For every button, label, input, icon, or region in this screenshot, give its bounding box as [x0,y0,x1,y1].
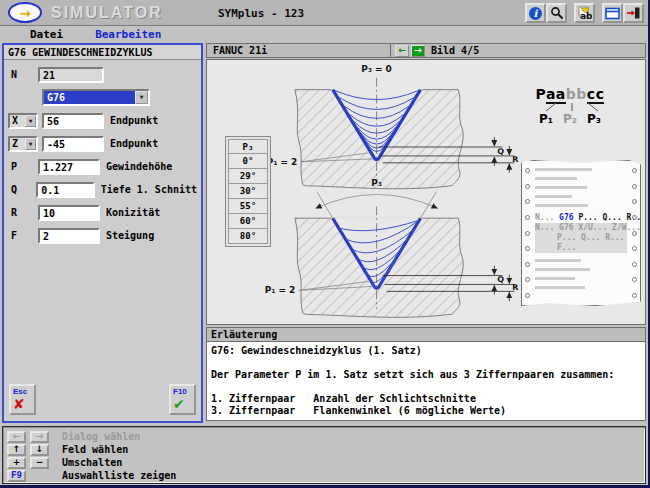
g76-dialog: G76 GEWINDESCHNEIDZYKLUS N 21 G76 ▼ X ▼ … [2,43,203,423]
x-axis-select[interactable]: X ▼ [8,113,38,129]
next-image-button[interactable]: → [411,45,425,57]
x-input[interactable]: 56 [42,113,104,129]
menu-datei[interactable]: Datei [30,28,63,41]
content-header: FANUC 21i ← → Bild 4/5 [206,43,646,58]
hotkey-label: Auswahlliste zeigen [62,470,176,481]
title-bar: → SIMULATOR SYMplus - 123 i abc [0,0,648,26]
chevron-down-icon[interactable]: ▼ [135,91,148,104]
notes-button[interactable]: abc [574,3,595,23]
chevron-down-icon[interactable]: ▼ [25,138,36,150]
angle-option: 30° [228,184,268,199]
legend-word: Paabbcc [525,86,615,102]
arrow-left-icon: ← [398,46,406,55]
paper-line [535,277,575,280]
cancel-x-icon: ✘ [13,396,25,412]
cancel-button[interactable]: Esc ✘ [9,384,36,415]
explanation-title: Erläuterung [206,327,646,342]
z-axis-select[interactable]: Z ▼ [8,136,38,152]
field-row-p: P 1.227 Gewindehöhe [8,158,197,175]
angle-option: 55° [228,199,268,214]
q-dim-label: Q [497,147,504,156]
z-axis-select-value: Z [10,138,25,149]
arrow-up-key[interactable]: ↑ [7,444,26,456]
arrow-right-key[interactable]: → [30,431,49,443]
hotkey-bar: ← → Dialog wählen ↑ ↓ Feld wählen + − Um… [2,426,646,484]
simulator-window: → SIMULATOR SYMplus - 123 i abc [0,0,650,488]
explanation-line [211,357,641,369]
angle-option: 29° [228,169,268,184]
flank-angle-table: P₃ 0° 29° 30° 55° 60° 80° [225,136,271,247]
paper-line [535,286,585,289]
graphics-panel: Q R P₃ = 0 P₁ = 2 P₃ [206,59,646,325]
angle-option: 0° [228,154,268,169]
p-input[interactable]: 1.227 [38,159,100,175]
magnifier-icon [550,6,564,20]
field-row-x: X ▼ 56 Endpunkt [8,112,197,129]
info-button[interactable]: i [525,3,546,23]
z-input[interactable]: -45 [42,136,104,152]
prev-image-button[interactable]: ← [395,45,409,57]
explanation-panel: Erläuterung G76: Gewindeschneidzyklus (1… [206,327,646,421]
x-axis-select-value: X [10,115,25,126]
x-desc: Endpunkt [110,115,158,126]
exit-button[interactable] [623,3,644,23]
menu-bearbeiten[interactable]: Bearbeiten [95,28,161,41]
f-input[interactable]: 2 [38,228,100,244]
n-label: N [8,69,38,80]
z-desc: Endpunkt [110,138,158,149]
code-n: N... [535,213,554,222]
exit-icon [626,6,641,20]
field-row-r: R 10 Konizität [8,204,197,221]
r-dim-label: R [512,155,518,164]
f10-key-label: F10 [173,387,187,396]
paper-line [535,168,592,171]
q-label: Q [8,184,36,195]
code-line-2: N... G76 X/U... Z/W... [535,223,627,233]
field-row-q: Q 0.1 Tiefe 1. Schnitt [8,181,197,198]
cycle-select[interactable]: G76 ▼ [42,89,150,106]
legend-subscripts: P₁ P₂ P₃ [525,112,615,126]
n-input[interactable]: 21 [38,67,104,83]
code-line-g76: N... G76 P... Q... R... [535,213,627,223]
field-row-f: F 2 Steigung [8,227,197,244]
r-input[interactable]: 10 [38,205,100,221]
f-label: F [8,230,38,241]
legend-p3: P₃ [587,112,601,126]
f-desc: Steigung [106,230,154,241]
legend-cc: cc [587,86,605,104]
cycle-select-value: G76 [44,92,135,103]
arrow-down-key[interactable]: ↓ [30,444,49,456]
menu-bar: Datei Bearbeiten [0,26,648,43]
p-label: P [8,161,38,172]
plus-key[interactable]: + [7,457,26,469]
p1-infeed-label-top: P₁ = 2 [267,157,297,167]
zoom-button[interactable] [546,3,567,23]
page-indicator: Bild 4/5 [431,45,479,56]
app-logo-icon: → [8,2,42,23]
chevron-down-icon[interactable]: ▼ [25,115,36,127]
paper-line [535,195,572,198]
q-input[interactable]: 0.1 [36,182,95,198]
hotkey-label: Feld wählen [62,444,128,455]
content-panel: FANUC 21i ← → Bild 4/5 [206,43,646,423]
confirm-check-icon: ✔ [173,396,185,412]
notes-icon: abc [577,6,592,21]
explanation-line: 3. Ziffernpaar Flankenwinkel (6 mögliche… [211,405,641,417]
svg-text:abc: abc [580,11,592,21]
hotkey-label: Umschalten [62,457,122,468]
minus-key[interactable]: − [30,457,49,469]
arrow-left-key[interactable]: ← [7,431,26,443]
confirm-button[interactable]: F10 ✔ [169,384,196,415]
logo-arrow-icon: → [19,6,31,20]
p-desc: Gewindehöhe [106,161,172,172]
code-line-4: F... [535,243,627,253]
explanation-line: Der Parameter P im 1. Satz setzt sich au… [211,369,641,381]
q-dim-label-2: Q [497,276,504,285]
paper-line [535,204,588,207]
code-line-3: P... Q... R... [535,233,627,243]
window-button[interactable] [602,3,623,23]
paper-line [535,268,590,271]
program-lines: N... G76 P... Q... R... N... G76 X/U... … [535,168,627,289]
p1-infeed-label-bottom: P₁ = 2 [265,285,295,295]
f9-key[interactable]: F9 [7,470,26,482]
